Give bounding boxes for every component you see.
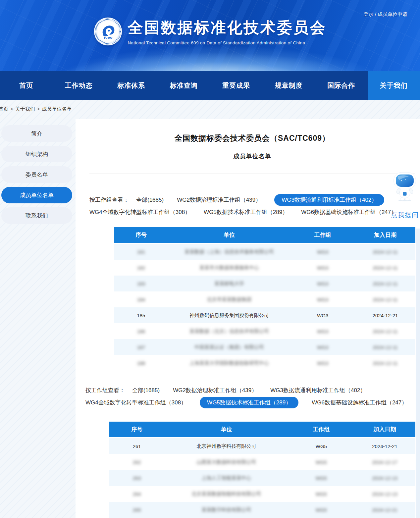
cell-date: 2024-12-11 bbox=[355, 329, 415, 334]
brand-text: 全国数据标准化技术委员会 National Technical Committe… bbox=[128, 18, 327, 45]
cell-no: 181 bbox=[114, 249, 168, 255]
nav-item-work-news[interactable]: 工作动态 bbox=[53, 71, 105, 100]
member-section-wg3: 按工作组查看：全部(1685)WG2数据治理标准工作组（439）WG3数据流通利… bbox=[0, 194, 420, 371]
cell-no: 183 bbox=[114, 281, 168, 286]
nav-item-home[interactable]: 首页 bbox=[0, 71, 53, 100]
table-header: 序号单位工作组加入日期 bbox=[109, 422, 415, 438]
filter-wg5[interactable]: WG5数据技术标准工作组（289） bbox=[204, 207, 288, 217]
column-header: 加入日期 bbox=[355, 231, 415, 239]
table-row: 187中国某某认证（集团）有限公司WG32024-12-11 bbox=[114, 339, 415, 355]
cell-date: 2024-12-11 bbox=[355, 344, 415, 350]
filter-group-label: 按工作组查看： bbox=[85, 387, 125, 394]
cell-no: 264 bbox=[109, 491, 164, 497]
cell-group: WG3 bbox=[290, 313, 355, 318]
login-apply-link[interactable]: 登录 / 成员单位申请 bbox=[363, 11, 407, 18]
column-header: 单位 bbox=[164, 426, 288, 433]
column-header: 工作组 bbox=[289, 426, 354, 433]
page-body: 首页>关于我们>成员单位名单 简介组织架构委员名单成员单位名单联系我们 全国数据… bbox=[0, 100, 420, 518]
logo-code: TC609 bbox=[103, 36, 112, 39]
cell-group: WG3 bbox=[290, 344, 355, 350]
table-row: 188上海某某大学国际数据创新研究中心WG32024-12-11 bbox=[114, 355, 415, 371]
filter-wg6[interactable]: WG6数据基础设施标准工作组（247） bbox=[301, 207, 396, 217]
nav-item-standard-system[interactable]: 标准体系 bbox=[105, 71, 158, 100]
table-body: 181某某数据（上海）信息技术服务有限公司WG32024-12-11182某某市… bbox=[114, 244, 415, 371]
column-header: 加入日期 bbox=[354, 426, 415, 433]
cell-date: 2024-12-17 bbox=[354, 459, 415, 465]
cell-group: WG5 bbox=[289, 443, 354, 449]
filter-wg5[interactable]: WG5数据技术标准工作组（289） bbox=[200, 397, 298, 408]
nav-item-international[interactable]: 国际合作 bbox=[315, 71, 368, 100]
cell-group: WG3 bbox=[290, 297, 355, 302]
cell-date: 2024-12-11 bbox=[355, 265, 415, 271]
member-table: 序号单位工作组加入日期 181某某数据（上海）信息技术服务有限公司WG32024… bbox=[114, 227, 415, 371]
cell-unit: 北京神州数字科技有限公司 bbox=[164, 443, 288, 449]
nav-item-standard-search[interactable]: 标准查询 bbox=[158, 71, 210, 100]
cell-date: 2024-12-13 bbox=[354, 475, 415, 481]
cell-unit: 某某数据（上海）信息技术服务有限公司 bbox=[168, 249, 290, 255]
filter-wg2[interactable]: WG2数据治理标准工作组（439） bbox=[177, 195, 261, 205]
member-section-wg5: 按工作组查看：全部(1685)WG2数据治理标准工作组（439）WG3数据流通利… bbox=[0, 384, 420, 518]
sidebar-item-intro[interactable]: 简介 bbox=[1, 125, 72, 142]
cell-unit: 某某邮电大学 bbox=[168, 281, 290, 287]
filter-bar: 按工作组查看：全部(1685)WG2数据治理标准工作组（439）WG3数据流通利… bbox=[89, 194, 401, 218]
cell-unit: 北京市某某数据集团 bbox=[168, 296, 290, 303]
cell-date: 2024-12-21 bbox=[354, 443, 415, 449]
breadcrumb-item[interactable]: 成员单位名单 bbox=[42, 106, 72, 112]
table-row: 185神州数码信息服务集团股份有限公司WG32024-12-21 bbox=[114, 307, 415, 323]
breadcrumb-item[interactable]: 首页 bbox=[0, 106, 8, 112]
cell-no: 263 bbox=[109, 475, 164, 481]
cell-no: 182 bbox=[114, 265, 168, 271]
cell-unit: 某某市大数据发展服务中心 bbox=[168, 265, 290, 271]
cell-unit: 某某数据（北京）信息技术有限公司 bbox=[168, 328, 290, 335]
site-title: 全国数据标准化技术委员会 bbox=[128, 18, 327, 38]
cell-no: 185 bbox=[114, 313, 168, 318]
sidebar-item-org-structure[interactable]: 组织架构 bbox=[1, 146, 72, 162]
column-header: 工作组 bbox=[290, 231, 355, 239]
nav-item-about-us[interactable]: 关于我们 bbox=[368, 71, 420, 100]
breadcrumb-separator: > bbox=[10, 106, 13, 112]
filter-wg2[interactable]: WG2数据治理标准工作组（439） bbox=[173, 385, 257, 395]
breadcrumb-separator: > bbox=[37, 106, 40, 112]
sidebar-item-committee-members[interactable]: 委员名单 bbox=[1, 166, 72, 183]
cell-group: WG3 bbox=[290, 329, 355, 334]
filter-wg4[interactable]: WG4全域数字化转型标准工作组（308） bbox=[85, 397, 186, 408]
cell-date: 2024-12-21 bbox=[355, 313, 415, 318]
table-row: 186某某数据（北京）信息技术有限公司WG32024-12-11 bbox=[114, 323, 415, 339]
cell-date: 2024-12-21 bbox=[354, 507, 415, 513]
cell-no: 186 bbox=[114, 329, 168, 334]
filter-wg3[interactable]: WG3数据流通利用标准工作组（402） bbox=[274, 194, 384, 206]
cell-date: 2024-12-11 bbox=[355, 249, 415, 255]
filter-row: 按工作组查看：全部(1685)WG2数据治理标准工作组（439）WG3数据流通利… bbox=[89, 194, 401, 206]
table-row: 183某某邮电大学WG32024-12-11 bbox=[114, 276, 415, 291]
filter-wg4[interactable]: WG4全域数字化转型标准工作组（308） bbox=[89, 207, 190, 217]
cell-no: 188 bbox=[114, 360, 168, 366]
filter-wg3[interactable]: WG3数据流通利用标准工作组（402） bbox=[270, 385, 366, 395]
table-row: 265某某数字科技有限公司WG52024-12-21 bbox=[109, 502, 415, 518]
cell-group: WG5 bbox=[289, 491, 354, 497]
breadcrumb-item[interactable]: 关于我们 bbox=[15, 106, 35, 112]
table-row: 262山西某大数据科技有限公司WG52024-12-17 bbox=[109, 454, 415, 470]
cell-group: WG3 bbox=[290, 265, 355, 271]
filter-row: WG4全域数字化转型标准工作组（308）WG5数据技术标准工作组（289）WG6… bbox=[89, 206, 401, 218]
page-title: 全国数据标委会技术委员会（SAC/TC609） bbox=[89, 133, 415, 143]
nav-item-regulations[interactable]: 规章制度 bbox=[263, 71, 315, 100]
cell-unit: 山西某大数据科技有限公司 bbox=[164, 459, 288, 465]
cell-date: 2024-12-11 bbox=[355, 281, 415, 286]
cell-unit: 上海某某大学国际数据创新研究中心 bbox=[168, 360, 290, 366]
column-header: 序号 bbox=[114, 231, 168, 239]
cell-unit: 上海人工智能某某中心 bbox=[164, 475, 288, 481]
breadcrumb: 首页>关于我们>成员单位名单 bbox=[0, 106, 72, 112]
cell-group: WG3 bbox=[290, 281, 355, 286]
nav-item-achievements[interactable]: 重要成果 bbox=[210, 71, 263, 100]
table-row: 261北京神州数字科技有限公司WG52024-12-21 bbox=[109, 438, 415, 454]
filter-wg6[interactable]: WG6数据基础设施标准工作组（247） bbox=[312, 397, 407, 408]
cell-date: 2024-12-11 bbox=[355, 360, 415, 366]
main-nav: 首页工作动态标准体系标准查询重要成果规章制度国际合作关于我们 bbox=[0, 71, 420, 100]
filter-bar: 按工作组查看：全部(1685)WG2数据治理标准工作组（439）WG3数据流通利… bbox=[85, 384, 397, 409]
table-row: 263上海人工智能某某中心WG52024-12-13 bbox=[109, 470, 415, 486]
table-row: 264北京某某数据智能科技有限公司WG52024-12-13 bbox=[109, 486, 415, 502]
cell-no: 184 bbox=[114, 297, 168, 302]
filter-all[interactable]: 全部(1685) bbox=[132, 385, 160, 395]
filter-group-label: 按工作组查看： bbox=[89, 196, 129, 204]
filter-all[interactable]: 全部(1685) bbox=[136, 195, 164, 205]
